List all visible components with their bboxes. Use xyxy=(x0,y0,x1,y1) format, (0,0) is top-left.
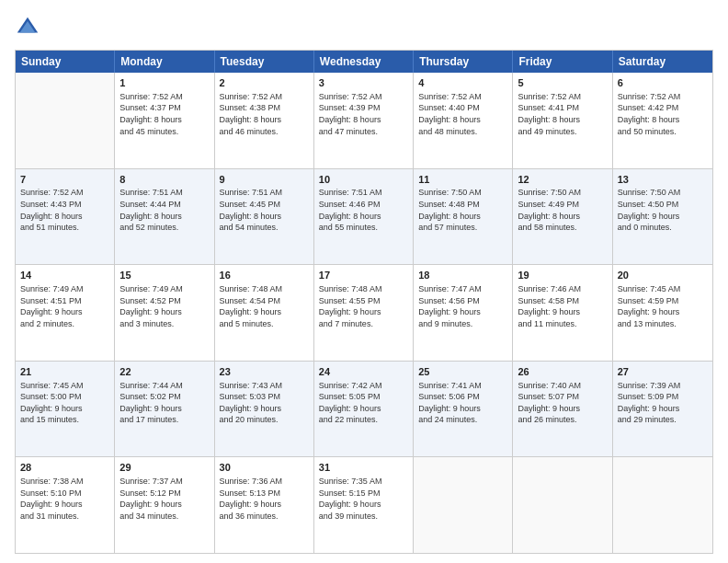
day-info: Sunrise: 7:40 AMSunset: 5:07 PMDaylight:… xyxy=(518,380,607,426)
calendar-day-18: 18Sunrise: 7:47 AMSunset: 4:56 PMDayligh… xyxy=(414,265,513,361)
calendar-day-8: 8Sunrise: 7:51 AMSunset: 4:44 PMDaylight… xyxy=(115,169,214,265)
day-number: 13 xyxy=(618,173,708,187)
day-number: 5 xyxy=(518,76,607,90)
calendar-day-30: 30Sunrise: 7:36 AMSunset: 5:13 PMDayligh… xyxy=(215,457,314,553)
day-number: 17 xyxy=(319,269,408,282)
calendar-day-5: 5Sunrise: 7:52 AMSunset: 4:41 PMDaylight… xyxy=(513,73,612,168)
calendar-body: 1Sunrise: 7:52 AMSunset: 4:37 PMDaylight… xyxy=(16,73,712,553)
calendar-day-27: 27Sunrise: 7:39 AMSunset: 5:09 PMDayligh… xyxy=(613,362,712,457)
header-day-tuesday: Tuesday xyxy=(215,51,314,73)
calendar-day-14: 14Sunrise: 7:49 AMSunset: 4:51 PMDayligh… xyxy=(16,265,115,361)
day-info: Sunrise: 7:46 AMSunset: 4:58 PMDaylight:… xyxy=(518,283,607,329)
day-info: Sunrise: 7:43 AMSunset: 5:03 PMDaylight:… xyxy=(220,380,309,426)
day-number: 29 xyxy=(119,461,209,475)
day-info: Sunrise: 7:51 AMSunset: 4:45 PMDaylight:… xyxy=(220,187,309,233)
day-info: Sunrise: 7:50 AMSunset: 4:48 PMDaylight:… xyxy=(418,187,507,233)
day-info: Sunrise: 7:35 AMSunset: 5:15 PMDaylight:… xyxy=(319,476,408,522)
calendar-day-16: 16Sunrise: 7:48 AMSunset: 4:54 PMDayligh… xyxy=(215,265,314,361)
calendar: SundayMondayTuesdayWednesdayThursdayFrid… xyxy=(15,50,713,554)
day-number: 10 xyxy=(319,173,408,187)
day-info: Sunrise: 7:37 AMSunset: 5:12 PMDaylight:… xyxy=(119,476,209,522)
calendar-day-19: 19Sunrise: 7:46 AMSunset: 4:58 PMDayligh… xyxy=(513,265,612,361)
calendar-day-22: 22Sunrise: 7:44 AMSunset: 5:02 PMDayligh… xyxy=(115,362,214,457)
calendar-week-5: 28Sunrise: 7:38 AMSunset: 5:10 PMDayligh… xyxy=(16,456,712,553)
day-number: 18 xyxy=(418,269,507,282)
day-number: 8 xyxy=(119,173,209,187)
day-info: Sunrise: 7:49 AMSunset: 4:51 PMDaylight:… xyxy=(20,283,109,329)
calendar-week-4: 21Sunrise: 7:45 AMSunset: 5:00 PMDayligh… xyxy=(16,361,712,457)
calendar-day-20: 20Sunrise: 7:45 AMSunset: 4:59 PMDayligh… xyxy=(613,265,712,361)
day-number: 21 xyxy=(20,365,109,379)
day-number: 25 xyxy=(418,365,507,379)
calendar-day-4: 4Sunrise: 7:52 AMSunset: 4:40 PMDaylight… xyxy=(414,73,513,168)
day-number: 11 xyxy=(418,173,507,187)
day-info: Sunrise: 7:36 AMSunset: 5:13 PMDaylight:… xyxy=(220,476,309,522)
calendar-empty-cell xyxy=(414,457,513,553)
calendar-day-23: 23Sunrise: 7:43 AMSunset: 5:03 PMDayligh… xyxy=(215,362,314,457)
header-day-friday: Friday xyxy=(513,51,612,73)
calendar-day-1: 1Sunrise: 7:52 AMSunset: 4:37 PMDaylight… xyxy=(115,73,214,168)
day-number: 14 xyxy=(20,269,109,282)
day-info: Sunrise: 7:47 AMSunset: 4:56 PMDaylight:… xyxy=(418,283,507,329)
calendar-day-6: 6Sunrise: 7:52 AMSunset: 4:42 PMDaylight… xyxy=(613,73,712,168)
day-info: Sunrise: 7:49 AMSunset: 4:52 PMDaylight:… xyxy=(119,283,209,329)
calendar-empty-cell xyxy=(16,73,115,168)
calendar-day-17: 17Sunrise: 7:48 AMSunset: 4:55 PMDayligh… xyxy=(314,265,414,361)
day-info: Sunrise: 7:38 AMSunset: 5:10 PMDaylight:… xyxy=(20,476,109,522)
day-number: 4 xyxy=(418,76,507,90)
day-info: Sunrise: 7:52 AMSunset: 4:42 PMDaylight:… xyxy=(618,91,708,137)
day-number: 3 xyxy=(319,76,408,90)
calendar-day-10: 10Sunrise: 7:51 AMSunset: 4:46 PMDayligh… xyxy=(314,169,414,265)
day-info: Sunrise: 7:52 AMSunset: 4:38 PMDaylight:… xyxy=(220,91,309,137)
header-day-wednesday: Wednesday xyxy=(314,51,414,73)
calendar-week-3: 14Sunrise: 7:49 AMSunset: 4:51 PMDayligh… xyxy=(16,264,712,361)
calendar-day-2: 2Sunrise: 7:52 AMSunset: 4:38 PMDaylight… xyxy=(215,73,314,168)
day-info: Sunrise: 7:52 AMSunset: 4:41 PMDaylight:… xyxy=(518,91,607,137)
calendar-day-11: 11Sunrise: 7:50 AMSunset: 4:48 PMDayligh… xyxy=(414,169,513,265)
day-number: 15 xyxy=(119,269,209,282)
day-number: 2 xyxy=(220,76,309,90)
logo xyxy=(15,15,44,40)
calendar-day-25: 25Sunrise: 7:41 AMSunset: 5:06 PMDayligh… xyxy=(414,362,513,457)
day-info: Sunrise: 7:44 AMSunset: 5:02 PMDaylight:… xyxy=(119,380,209,426)
day-info: Sunrise: 7:42 AMSunset: 5:05 PMDaylight:… xyxy=(319,380,408,426)
day-info: Sunrise: 7:52 AMSunset: 4:39 PMDaylight:… xyxy=(319,91,408,137)
calendar-day-31: 31Sunrise: 7:35 AMSunset: 5:15 PMDayligh… xyxy=(314,457,414,553)
day-number: 6 xyxy=(618,76,708,90)
page-container: SundayMondayTuesdayWednesdayThursdayFrid… xyxy=(0,0,728,563)
day-info: Sunrise: 7:51 AMSunset: 4:44 PMDaylight:… xyxy=(119,187,209,233)
calendar-day-21: 21Sunrise: 7:45 AMSunset: 5:00 PMDayligh… xyxy=(16,362,115,457)
logo-icon xyxy=(15,15,40,40)
day-number: 26 xyxy=(518,365,607,379)
header-day-monday: Monday xyxy=(115,51,214,73)
day-number: 23 xyxy=(220,365,309,379)
calendar-empty-cell xyxy=(613,457,712,553)
calendar-day-26: 26Sunrise: 7:40 AMSunset: 5:07 PMDayligh… xyxy=(513,362,612,457)
day-number: 9 xyxy=(220,173,309,187)
calendar-day-3: 3Sunrise: 7:52 AMSunset: 4:39 PMDaylight… xyxy=(314,73,414,168)
day-info: Sunrise: 7:48 AMSunset: 4:55 PMDaylight:… xyxy=(319,283,408,329)
day-number: 7 xyxy=(20,173,109,187)
day-info: Sunrise: 7:52 AMSunset: 4:37 PMDaylight:… xyxy=(119,91,209,137)
calendar-day-13: 13Sunrise: 7:50 AMSunset: 4:50 PMDayligh… xyxy=(613,169,712,265)
calendar-day-9: 9Sunrise: 7:51 AMSunset: 4:45 PMDaylight… xyxy=(215,169,314,265)
day-number: 22 xyxy=(119,365,209,379)
day-number: 16 xyxy=(220,269,309,282)
header-day-thursday: Thursday xyxy=(414,51,513,73)
calendar-empty-cell xyxy=(513,457,612,553)
day-info: Sunrise: 7:50 AMSunset: 4:49 PMDaylight:… xyxy=(518,187,607,233)
day-number: 28 xyxy=(20,461,109,475)
day-number: 31 xyxy=(319,461,408,475)
day-info: Sunrise: 7:51 AMSunset: 4:46 PMDaylight:… xyxy=(319,187,408,233)
header-day-sunday: Sunday xyxy=(16,51,115,73)
day-info: Sunrise: 7:50 AMSunset: 4:50 PMDaylight:… xyxy=(618,187,708,233)
header xyxy=(15,15,713,40)
day-number: 20 xyxy=(618,269,708,282)
day-info: Sunrise: 7:52 AMSunset: 4:40 PMDaylight:… xyxy=(418,91,507,137)
day-number: 1 xyxy=(119,76,209,90)
calendar-day-28: 28Sunrise: 7:38 AMSunset: 5:10 PMDayligh… xyxy=(16,457,115,553)
calendar-day-7: 7Sunrise: 7:52 AMSunset: 4:43 PMDaylight… xyxy=(16,169,115,265)
header-day-saturday: Saturday xyxy=(613,51,712,73)
day-number: 19 xyxy=(518,269,607,282)
day-number: 30 xyxy=(220,461,309,475)
